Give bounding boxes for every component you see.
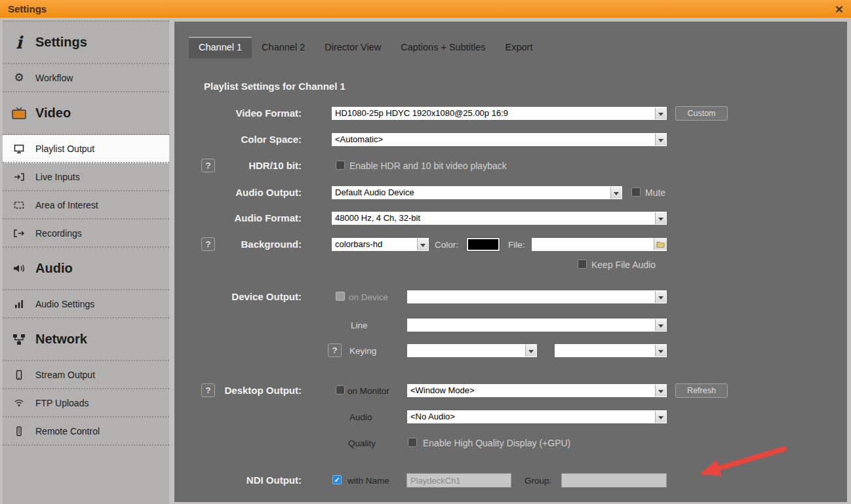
chevron-down-icon[interactable]: [655, 345, 666, 357]
sidebar-header-network[interactable]: Network: [3, 319, 169, 361]
keying-select-1[interactable]: [406, 343, 538, 358]
sidebar-header-label: Video: [35, 106, 71, 121]
tab-director-view[interactable]: Director View: [315, 37, 391, 58]
sidebar-item-area-of-interest[interactable]: Area of Interest: [3, 191, 169, 220]
chevron-down-icon[interactable]: [655, 319, 666, 331]
sidebar-item-audio-settings[interactable]: Audio Settings: [3, 290, 169, 319]
quality-checkbox[interactable]: [408, 438, 417, 447]
device-output-label: Device Output:: [174, 291, 302, 302]
device-line-select[interactable]: [406, 318, 667, 332]
output-arrow-icon: [11, 228, 27, 239]
keep-file-audio-checkbox[interactable]: [578, 260, 587, 269]
wifi-upload-icon: [11, 398, 27, 408]
hdr-label: HDR/10 bit:: [174, 160, 302, 171]
color-space-select[interactable]: <Automatic>: [331, 132, 667, 147]
sidebar-item-stream-output[interactable]: Stream Output: [3, 361, 169, 389]
audio-format-select[interactable]: 48000 Hz, 4 Ch, 32-bit: [331, 211, 667, 225]
keying-select-2[interactable]: [554, 343, 667, 358]
background-file-input[interactable]: [531, 237, 667, 252]
sidebar-item-ftp-uploads[interactable]: FTP Uploads: [3, 389, 169, 417]
sidebar-item-workflow[interactable]: ⚙ Workflow: [3, 64, 169, 92]
help-icon[interactable]: ?: [328, 343, 342, 357]
audio-format-label: Audio Format:: [174, 212, 302, 223]
chevron-down-icon[interactable]: [610, 187, 622, 199]
color-space-row: Color Space: <Automatic>: [174, 132, 847, 148]
chevron-down-icon[interactable]: [655, 134, 666, 145]
chevron-down-icon[interactable]: [655, 107, 666, 119]
color-space-value: <Automatic>: [335, 133, 383, 146]
on-monitor-checkbox[interactable]: [336, 385, 345, 395]
on-device-checkbox[interactable]: [336, 292, 345, 301]
ndi-with-name-checkbox[interactable]: ✓: [332, 475, 342, 484]
info-icon: i: [11, 33, 27, 52]
hdr-row: ? HDR/10 bit: Enable HDR and 10 bit vide…: [174, 159, 847, 174]
sidebar-item-live-inputs[interactable]: Live Inputs: [3, 163, 169, 191]
sidebar-item-remote-control[interactable]: Remote Control: [3, 417, 169, 446]
desktop-audio-select[interactable]: <No Audio>: [406, 410, 667, 424]
audio-output-select[interactable]: Default Audio Device: [331, 185, 623, 200]
sidebar-item-label: Area of Interest: [35, 200, 98, 210]
audio-output-label: Audio Output:: [174, 187, 302, 198]
chevron-down-icon[interactable]: [525, 345, 536, 357]
main-panel: Channel 1 Channel 2 Director View Captio…: [174, 22, 847, 502]
sidebar-item-label: Live Inputs: [35, 172, 80, 182]
audio-format-row: Audio Format: 48000 Hz, 4 Ch, 32-bit: [174, 211, 847, 227]
on-device-label: on Device: [349, 292, 388, 302]
background-row: ? Background: colorbars-hd Color: File:: [174, 237, 847, 253]
keying-row: ? Keying: [174, 343, 847, 359]
tab-captions-subtitles[interactable]: Captions + Subtitles: [391, 37, 495, 58]
desktop-monitor-select[interactable]: <Window Mode>: [406, 383, 667, 398]
quality-label: Quality: [348, 438, 376, 448]
gear-icon: ⚙: [11, 71, 27, 85]
ndi-group-input[interactable]: [561, 473, 667, 488]
close-icon[interactable]: ×: [835, 2, 843, 16]
device-output-select[interactable]: [406, 290, 667, 304]
chevron-down-icon[interactable]: [655, 212, 666, 224]
tab-channel-2[interactable]: Channel 2: [252, 37, 315, 58]
sidebar-header-label: Network: [35, 332, 87, 347]
sidebar-item-recordings[interactable]: Recordings: [3, 220, 169, 248]
tab-channel-1[interactable]: Channel 1: [189, 37, 252, 58]
video-format-value: HD1080-25p HDYC 1920x1080@25.00p 16:9: [335, 107, 508, 120]
color-label: Color:: [435, 240, 458, 250]
mute-checkbox[interactable]: [631, 187, 641, 197]
sidebar-header-settings[interactable]: i Settings: [3, 22, 169, 64]
sidebar-item-label: Audio Settings: [35, 299, 94, 309]
ndi-name-input[interactable]: [406, 473, 511, 488]
video-format-row: Video Format: HD1080-25p HDYC 1920x1080@…: [174, 106, 847, 122]
chevron-down-icon[interactable]: [417, 239, 428, 250]
keep-file-audio-row: Keep File Audio: [174, 258, 847, 273]
monitor-icon: [11, 144, 27, 154]
hdr-checkbox[interactable]: [336, 161, 345, 170]
chevron-down-icon[interactable]: [655, 291, 666, 303]
quality-checkbox-label: Enable High Quality Display (+GPU): [423, 438, 570, 448]
sidebar-item-label: Recordings: [35, 228, 82, 239]
sidebar-item-playlist-output[interactable]: Playlist Output: [3, 135, 169, 163]
mute-label: Mute: [645, 187, 665, 198]
sidebar-header-label: Audio: [35, 261, 73, 276]
sidebar-item-label: Playlist Output: [35, 144, 94, 154]
group-label: Group:: [524, 476, 551, 486]
background-color-swatch[interactable]: [467, 238, 500, 251]
chevron-down-icon[interactable]: [655, 411, 666, 423]
refresh-button[interactable]: Refresh: [675, 383, 728, 398]
custom-button[interactable]: Custom: [675, 106, 728, 121]
ndi-output-label: NDI Output:: [174, 475, 302, 486]
audio-output-value: Default Audio Device: [335, 186, 414, 199]
keep-file-audio-label: Keep File Audio: [591, 260, 656, 270]
network-nodes-icon: [11, 334, 27, 345]
background-select[interactable]: colorbars-hd: [331, 237, 429, 252]
audio-format-value: 48000 Hz, 4 Ch, 32-bit: [335, 212, 420, 225]
sidebar-header-audio[interactable]: Audio: [3, 248, 169, 290]
sidebar-item-label: Remote Control: [35, 426, 100, 436]
chevron-down-icon[interactable]: [655, 385, 666, 397]
video-format-select[interactable]: HD1080-25p HDYC 1920x1080@25.00p 16:9: [331, 106, 667, 121]
browse-folder-icon[interactable]: [654, 238, 667, 250]
desktop-output-label: Desktop Output:: [174, 385, 302, 396]
tab-export[interactable]: Export: [496, 37, 543, 58]
remote-control-icon: [11, 426, 27, 436]
sidebar-item-label: Stream Output: [35, 370, 95, 380]
ndi-output-row: NDI Output: ✓ with Name Group:: [174, 473, 847, 489]
sidebar-header-video[interactable]: Video: [3, 92, 169, 135]
audio-output-row: Audio Output: Default Audio Device Mute: [174, 185, 847, 201]
